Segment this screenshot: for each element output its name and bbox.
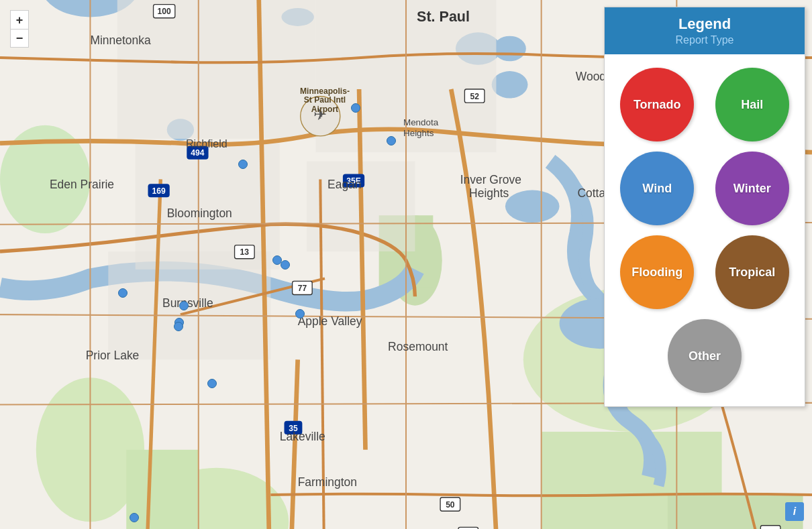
svg-text:Rosemount: Rosemount xyxy=(388,340,448,353)
legend-circle-winter[interactable]: Winter xyxy=(715,152,789,225)
legend-item-tornado: Tornado xyxy=(620,68,694,141)
svg-text:Lakeville: Lakeville xyxy=(280,430,325,443)
map-marker[interactable] xyxy=(387,136,396,145)
map-marker[interactable] xyxy=(238,160,248,169)
svg-text:50: 50 xyxy=(446,500,455,510)
svg-text:St. Paul: St. Paul xyxy=(417,9,470,25)
svg-text:13: 13 xyxy=(240,247,250,257)
svg-text:Richfield: Richfield xyxy=(186,137,227,150)
zoom-in-button[interactable]: + xyxy=(10,10,29,29)
svg-text:Eden Prairie: Eden Prairie xyxy=(50,178,114,191)
map-container: ✈ 35W 94 494 35E 35 169 36 100 52 52 61 xyxy=(0,0,812,529)
svg-point-16 xyxy=(493,36,525,62)
legend-subtitle: Report Type xyxy=(613,34,797,46)
svg-text:Bloomington: Bloomington xyxy=(167,207,232,220)
legend-title: Legend xyxy=(613,15,797,33)
zoom-out-button[interactable]: − xyxy=(10,29,29,48)
svg-text:Apple Valley: Apple Valley xyxy=(298,314,362,328)
svg-point-17 xyxy=(505,190,560,223)
map-marker[interactable] xyxy=(281,260,290,270)
svg-text:Mendota: Mendota xyxy=(403,117,439,127)
map-marker[interactable] xyxy=(207,379,217,388)
svg-text:St Paul Intl: St Paul Intl xyxy=(304,95,346,105)
svg-text:52: 52 xyxy=(470,92,479,101)
map-marker[interactable] xyxy=(179,301,189,310)
svg-text:Minnetonka: Minnetonka xyxy=(90,34,151,47)
map-marker[interactable] xyxy=(295,309,305,318)
legend-item-wind: Wind xyxy=(620,152,694,225)
svg-text:Heights: Heights xyxy=(469,186,509,200)
svg-text:Huc...: Huc... xyxy=(704,0,735,2)
legend-item-tropical: Tropical xyxy=(715,235,789,309)
legend-body: TornadoHailWindWinterFloodingTropicalOth… xyxy=(605,54,805,406)
svg-text:Minneapolis-: Minneapolis- xyxy=(300,86,350,96)
legend-panel: Legend Report Type TornadoHailWindWinter… xyxy=(604,7,805,407)
svg-point-14 xyxy=(492,71,528,98)
svg-rect-11 xyxy=(668,495,803,529)
svg-text:Prior Lake: Prior Lake xyxy=(86,349,140,362)
legend-circle-hail[interactable]: Hail xyxy=(715,68,789,141)
svg-text:Farmington: Farmington xyxy=(298,475,357,489)
svg-text:100: 100 xyxy=(158,7,171,16)
legend-circle-flooding[interactable]: Flooding xyxy=(620,235,694,309)
svg-text:Eagan: Eagan xyxy=(327,178,362,191)
map-marker[interactable] xyxy=(351,103,360,113)
legend-item-other: Other xyxy=(668,319,742,393)
legend-header: Legend Report Type xyxy=(605,7,805,54)
svg-text:494: 494 xyxy=(191,148,204,158)
map-marker[interactable] xyxy=(118,288,128,298)
legend-item-winter: Winter xyxy=(715,152,789,225)
legend-circle-wind[interactable]: Wind xyxy=(620,152,694,225)
svg-text:Airport: Airport xyxy=(311,105,338,114)
svg-text:169: 169 xyxy=(152,186,166,196)
map-marker[interactable] xyxy=(130,513,139,522)
legend-item-flooding: Flooding xyxy=(620,235,694,309)
map-marker[interactable] xyxy=(174,322,183,331)
legend-circle-tornado[interactable]: Tornado xyxy=(620,68,694,141)
svg-text:77: 77 xyxy=(298,284,307,293)
svg-text:Heights: Heights xyxy=(403,128,434,138)
svg-rect-20 xyxy=(117,0,316,139)
legend-item-hail: Hail xyxy=(715,68,789,141)
zoom-controls: + − xyxy=(10,10,29,48)
legend-circle-other[interactable]: Other xyxy=(668,319,742,393)
info-button[interactable]: i xyxy=(785,502,804,521)
svg-text:Inver Grove: Inver Grove xyxy=(460,173,521,186)
legend-circle-tropical[interactable]: Tropical xyxy=(715,235,789,309)
